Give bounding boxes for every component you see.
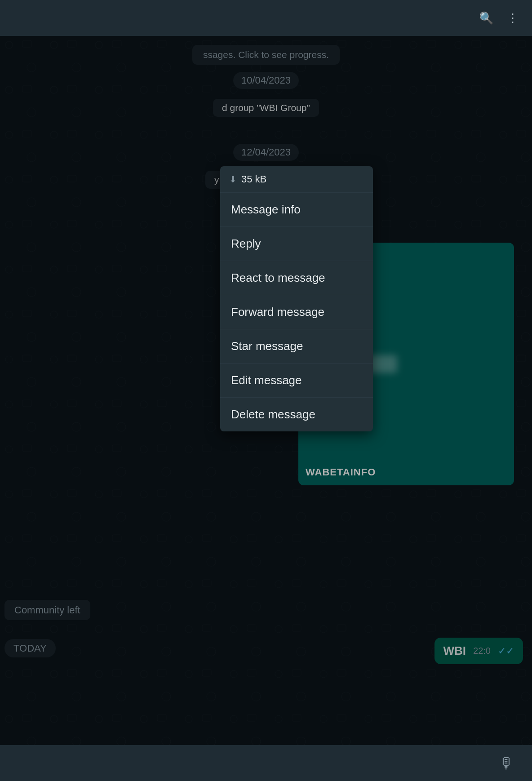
file-size-label: 35 kB bbox=[241, 173, 266, 185]
menu-icon[interactable]: ⋮ bbox=[507, 11, 519, 25]
context-menu-item-reply[interactable]: Reply bbox=[220, 227, 373, 261]
context-menu-item-edit-message[interactable]: Edit message bbox=[220, 364, 373, 398]
search-icon[interactable]: 🔍 bbox=[479, 11, 493, 25]
context-menu: ⬇ 35 kB Message info Reply React to mess… bbox=[220, 166, 373, 431]
header-bar: 🔍 ⋮ bbox=[0, 0, 532, 36]
context-menu-item-star-message[interactable]: Star message bbox=[220, 329, 373, 364]
context-menu-item-forward-message[interactable]: Forward message bbox=[220, 295, 373, 329]
context-menu-item-react-to-message[interactable]: React to message bbox=[220, 261, 373, 295]
download-icon: ⬇ bbox=[229, 174, 237, 185]
chat-area: ssages. Click to see progress. 10/04/202… bbox=[0, 36, 532, 745]
context-menu-item-delete-message[interactable]: Delete message bbox=[220, 398, 373, 431]
microphone-icon[interactable]: 🎙 bbox=[499, 754, 514, 772]
bottom-bar: 🎙 bbox=[0, 745, 532, 781]
context-menu-header: ⬇ 35 kB bbox=[220, 166, 373, 193]
context-menu-item-message-info[interactable]: Message info bbox=[220, 193, 373, 227]
